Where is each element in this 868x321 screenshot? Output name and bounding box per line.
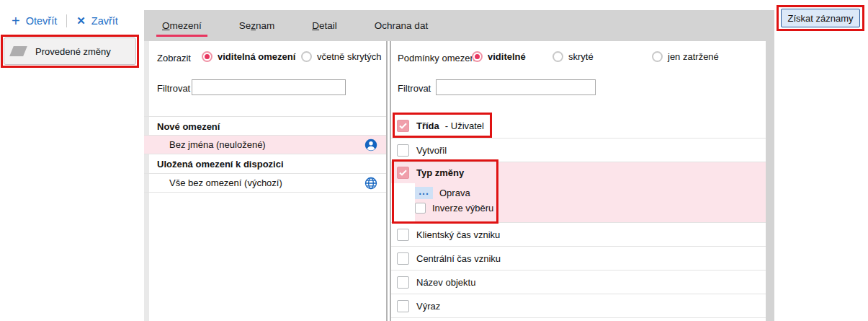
checkbox-unchecked[interactable] bbox=[397, 252, 409, 265]
show-label: Zobrazit bbox=[157, 53, 191, 63]
plus-icon: + bbox=[12, 16, 20, 26]
close-button-label: Zavřít bbox=[91, 15, 118, 27]
radio-vcetne-skrytych[interactable]: včetně skrytých bbox=[301, 51, 382, 62]
open-button-label: Otevřít bbox=[26, 15, 58, 27]
close-icon: ✕ bbox=[76, 16, 86, 26]
ellipsis-button[interactable]: ... bbox=[415, 187, 433, 199]
nav-item-label: Provedené změny bbox=[35, 46, 111, 57]
condition-label: Centrální čas vzniku bbox=[416, 253, 501, 264]
radio-circle bbox=[552, 51, 563, 62]
restrictions-panel: Zobrazit viditelná omezenívčetně skrytýc… bbox=[144, 41, 386, 321]
saved-restrictions-list: Nové omezeníBez jména (neuložené)Uložená… bbox=[144, 116, 386, 193]
checkbox-unchecked[interactable] bbox=[397, 276, 409, 289]
radio-label: skryté bbox=[568, 51, 594, 62]
radio-circle bbox=[202, 51, 212, 62]
list-item-label: Bez jména (neuložené) bbox=[169, 139, 266, 150]
condition-centralni-cas-vzniku[interactable]: Centrální čas vzniku bbox=[391, 247, 766, 271]
condition-typ-zmeny: Typ změny...OpravaInverze výběru bbox=[391, 162, 766, 223]
filter-input-left[interactable] bbox=[192, 79, 346, 95]
tab-label: Detail bbox=[312, 20, 337, 31]
condition-label: Typ změny bbox=[416, 167, 464, 178]
list-item-bez-jmena-neulozene[interactable]: Bez jména (neuložené) bbox=[144, 136, 386, 154]
radio-label: viditelná omezení bbox=[218, 51, 295, 62]
checkbox-checked[interactable] bbox=[397, 120, 409, 132]
user-icon bbox=[364, 138, 377, 151]
checkbox-unchecked[interactable] bbox=[415, 203, 426, 214]
radio-circle bbox=[472, 51, 483, 62]
condition-vyraz[interactable]: Výraz bbox=[391, 294, 766, 318]
condition-value: Oprava bbox=[439, 188, 470, 198]
radio-jen-zatrzene[interactable]: jen zatržené bbox=[652, 51, 719, 62]
condition-vytvoril[interactable]: Vytvořil bbox=[391, 138, 766, 162]
condition-label: Výraz bbox=[416, 301, 440, 312]
nav-item-provedene-zmeny[interactable]: Provedené změny bbox=[4, 38, 136, 65]
block-gutter bbox=[391, 183, 415, 222]
condition-klientsky-cas-vzniku[interactable]: Klientský čas vzniku bbox=[391, 223, 766, 247]
conditions-list: Třída- UživatelVytvořilTyp změny...Oprav… bbox=[391, 114, 766, 318]
radio-circle bbox=[301, 51, 312, 62]
checkbox-unchecked[interactable] bbox=[397, 144, 409, 157]
condition-label: Třída bbox=[416, 120, 439, 131]
condition-label: Vytvořil bbox=[416, 145, 447, 156]
conditions-panel: Podmínky omezení viditelnéskrytéjen zatr… bbox=[391, 41, 766, 321]
close-button[interactable]: ✕ Zavřít bbox=[76, 15, 118, 27]
filter-label-left: Filtrovat bbox=[157, 83, 190, 94]
active-tab-underline bbox=[156, 35, 207, 37]
main-panel: OmezeníSeznamDetailOchrana dat Zobrazit … bbox=[144, 10, 774, 321]
radio-label: viditelné bbox=[488, 51, 526, 62]
get-records-button[interactable]: Získat záznamy bbox=[781, 9, 860, 27]
radio-circle bbox=[652, 51, 663, 62]
section-header-nove-omezeni: Nové omezení bbox=[144, 116, 386, 136]
list-item-vse-bez-omezeni-vychozi[interactable]: Vše bez omezení (výchozí) bbox=[144, 174, 386, 193]
radio-label: jen zatržené bbox=[668, 51, 719, 62]
tab-detail[interactable]: Detail bbox=[306, 10, 343, 41]
section-header-ulozena-omezeni-k-dispozici: Uložená omezení k dispozici bbox=[144, 154, 386, 174]
condition-label: Klientský čas vzniku bbox=[416, 229, 500, 240]
globe-icon bbox=[364, 177, 377, 190]
checkbox-checked[interactable] bbox=[397, 167, 409, 179]
toolbar: + Otevřít ✕ Zavřít bbox=[12, 14, 118, 27]
tab-ochrana-dat[interactable]: Ochrana dat bbox=[369, 10, 434, 41]
panel-splitter[interactable] bbox=[386, 41, 391, 321]
invert-label: Inverze výběru bbox=[432, 203, 493, 214]
tab-bar: OmezeníSeznamDetailOchrana dat bbox=[144, 10, 774, 41]
tab-seznam[interactable]: Seznam bbox=[233, 10, 281, 41]
list-item-label: Vše bez omezení (výchozí) bbox=[169, 177, 282, 188]
checkbox-unchecked[interactable] bbox=[397, 229, 409, 241]
changes-icon bbox=[9, 46, 27, 56]
condition-suffix: - Uživatel bbox=[445, 120, 484, 131]
filter-input-right[interactable] bbox=[436, 79, 596, 95]
open-button[interactable]: + Otevřít bbox=[12, 15, 57, 27]
tab-label: Omezení bbox=[162, 20, 202, 31]
filter-label-right: Filtrovat bbox=[398, 83, 431, 94]
checkbox-unchecked[interactable] bbox=[397, 300, 409, 312]
radio-viditelna-omezeni[interactable]: viditelná omezení bbox=[202, 51, 295, 62]
tab-label: Seznam bbox=[239, 20, 275, 31]
tab-omezeni[interactable]: Omezení bbox=[156, 10, 207, 41]
condition-label: Název objektu bbox=[416, 277, 475, 288]
tab-label: Ochrana dat bbox=[375, 20, 428, 31]
radio-skryte[interactable]: skryté bbox=[552, 51, 594, 62]
conditions-label: Podmínky omezení bbox=[398, 53, 478, 63]
toolbar-divider bbox=[66, 14, 67, 27]
condition-nazev-objektu[interactable]: Název objektu bbox=[391, 271, 766, 294]
radio-label: včetně skrytých bbox=[317, 51, 382, 62]
radio-viditelne[interactable]: viditelné bbox=[472, 51, 526, 62]
panel-content: Zobrazit viditelná omezenívčetně skrytýc… bbox=[144, 41, 766, 321]
condition-trida[interactable]: Třída- Uživatel bbox=[391, 114, 766, 138]
